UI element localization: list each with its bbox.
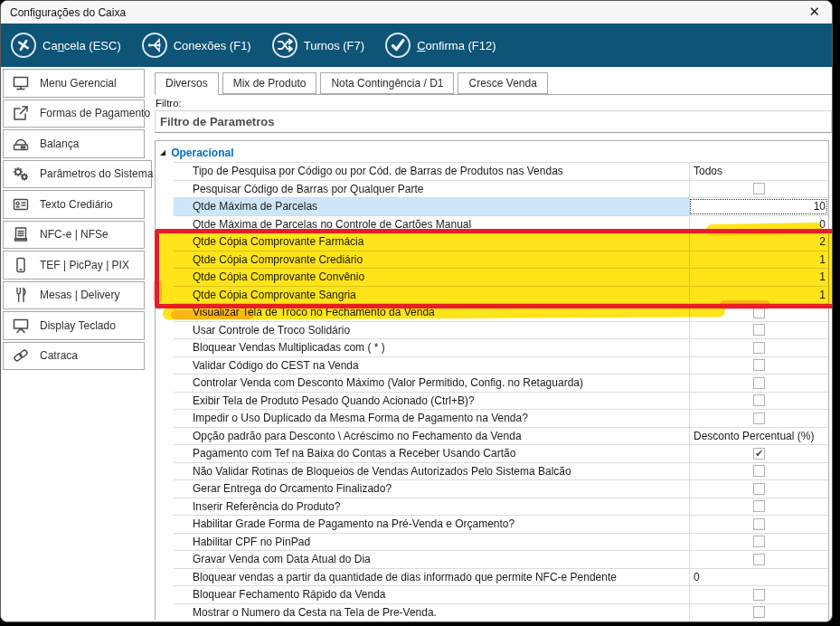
row-checkbox[interactable] (753, 394, 765, 406)
toolbar-button-cancela[interactable]: Cancela (ESC) (11, 33, 121, 58)
filter-input[interactable]: Filtro de Parametros (155, 110, 832, 133)
row-value-cell[interactable] (689, 181, 828, 198)
sidebar-item-mesas-delivery[interactable]: Mesas | Delivery (3, 281, 145, 310)
grid-row[interactable]: Opção padrão para Desconto \ Acréscimo n… (174, 428, 828, 446)
row-value-cell[interactable] (689, 339, 828, 356)
row-checkbox[interactable] (753, 554, 765, 565)
sidebar-item-balanca[interactable]: Balança (3, 129, 145, 158)
grid-row[interactable]: Habilitar CPF no PinPad (174, 534, 828, 552)
close-icon[interactable]: ✕ (808, 3, 820, 21)
grid-row[interactable]: Validar Código do CEST na Venda (174, 357, 828, 375)
sidebar-item-menu-gerencial[interactable]: Menu Gerencial (3, 69, 145, 98)
tab-mix-de-produto[interactable]: Mix de Produto (222, 72, 317, 94)
row-value-cell[interactable] (689, 357, 828, 375)
grid-row[interactable]: Bloquear vendas a partir da quantidade d… (174, 569, 828, 587)
tab-diversos[interactable]: Diversos (155, 72, 219, 95)
row-value-cell[interactable] (689, 304, 828, 321)
row-checkbox[interactable] (753, 465, 765, 477)
grid-row[interactable]: Gravar Venda com Data Atual do Dia (174, 551, 828, 569)
grid-row[interactable]: Exibir Tela de Produto Pesado Quando Aci… (174, 393, 828, 411)
grid-row[interactable]: Pagamento com Tef na Baixa do Contas a R… (174, 445, 828, 463)
category-row-operacional[interactable]: ◢ Operacional (156, 144, 828, 162)
sidebar-item-parametros-sistema[interactable]: Parâmetros do Sistema (3, 160, 152, 189)
row-label: Qtde Cópia Comprovante Sangria (174, 287, 689, 304)
row-value-cell[interactable]: 2 (689, 233, 828, 251)
row-value-cell[interactable]: 0 (689, 216, 828, 233)
row-value-cell[interactable]: 1 (689, 251, 828, 269)
grid-row[interactable]: Gerar Entrega do Orcamento Finalizado? (174, 480, 828, 498)
row-value-cell[interactable] (689, 322, 828, 339)
sidebar-item-nfce-nfse[interactable]: NFC-e | NFSe (3, 221, 145, 250)
tab-nota-contingencia-d1[interactable]: Nota Contingência / D1 (320, 72, 454, 94)
row-value-cell[interactable]: Todos (689, 163, 828, 180)
grid-row[interactable]: Qtde Máxima de Parcelas10 (174, 198, 828, 216)
grid-row[interactable]: Controlar Venda com Desconto Máximo (Val… (174, 375, 828, 393)
grid-rows: Tipo de Pesquisa por Código ou por Cód. … (174, 162, 828, 620)
row-checkbox[interactable] (753, 307, 765, 318)
category-expand-icon[interactable]: ◢ (160, 149, 165, 156)
row-checkbox[interactable] (753, 413, 765, 424)
grid-row[interactable]: Não Validar Rotinas de Bloqueios de Vend… (174, 463, 828, 481)
grid-row[interactable]: Tipo de Pesquisa por Código ou por Cód. … (174, 163, 828, 181)
row-checkbox[interactable] (753, 183, 765, 194)
row-checkbox[interactable] (753, 589, 765, 601)
row-value-cell[interactable] (689, 393, 828, 410)
row-checkbox[interactable] (753, 606, 765, 618)
row-checkbox-checked[interactable]: ✔ (753, 448, 765, 460)
row-value-cell[interactable] (689, 375, 828, 392)
row-value-cell[interactable]: 1 (689, 287, 828, 304)
gears-icon (11, 164, 31, 184)
row-checkbox[interactable] (753, 377, 765, 389)
row-label: Gerar Entrega do Orcamento Finalizado? (174, 480, 689, 498)
grid-row[interactable]: Visualizar Tela de Troco no Fechamento d… (174, 304, 828, 322)
grid-row[interactable]: Usar Controle de Troco Solidário (174, 322, 828, 340)
row-value-cell[interactable] (689, 551, 828, 568)
row-checkbox[interactable] (753, 518, 765, 530)
grid-row[interactable]: Qtde Máxima de Parcelas no Controle de C… (174, 216, 828, 234)
row-value-cell[interactable] (689, 516, 828, 533)
grid-row[interactable]: Impedir o Uso Duplicado da Mesma Forma d… (174, 410, 828, 428)
row-checkbox[interactable] (753, 359, 765, 371)
sidebar-item-texto-crediario[interactable]: Texto Crediário (3, 190, 145, 219)
receipt-icon (11, 224, 31, 244)
sidebar-item-display-teclado[interactable]: Display Teclado (3, 311, 145, 340)
row-checkbox[interactable] (753, 483, 765, 495)
row-checkbox[interactable] (753, 342, 765, 354)
toolbar-button-turnos[interactable]: Turnos (F7) (272, 33, 364, 58)
row-value-cell[interactable]: Desconto Percentual (%) (689, 428, 828, 445)
toolbar-button-confirma[interactable]: Confirma (F12) (385, 33, 496, 58)
grid-row[interactable]: Qtde Cópia Comprovante Farmácia2 (174, 233, 828, 251)
row-checkbox[interactable] (753, 500, 765, 512)
row-value-cell[interactable] (689, 498, 828, 516)
sidebar-item-label: Display Teclado (40, 319, 116, 332)
sidebar-item-catraca[interactable]: Catraca (3, 342, 145, 371)
grid-row[interactable]: Mostrar o Numero da Cesta na Tela de Pre… (174, 604, 828, 621)
sidebar-item-tef-picpay-pix[interactable]: TEF | PicPay | PIX (3, 251, 145, 280)
row-checkbox[interactable] (753, 324, 765, 336)
row-value-cell[interactable] (689, 604, 828, 621)
toolbar-button-label: Turnos (F7) (304, 39, 364, 52)
grid-row[interactable]: Habilitar Grade Forma de Pagamento na Pr… (174, 516, 828, 534)
row-value-cell[interactable]: ✔ (689, 445, 828, 462)
row-value-cell[interactable] (689, 410, 828, 427)
row-value-cell[interactable] (689, 480, 828, 498)
row-checkbox[interactable] (753, 536, 765, 547)
grid-row[interactable]: Pesquisar Código de Barras por Qualquer … (174, 181, 828, 199)
grid-row[interactable]: Bloquear Vendas Multiplicadas com ( * ) (174, 339, 828, 357)
grid-row[interactable]: Qtde Cópia Comprovante Convênio1 (174, 269, 828, 287)
row-value-cell[interactable] (689, 463, 828, 480)
row-value-cell[interactable] (689, 586, 828, 603)
row-label: Qtde Cópia Comprovante Crediário (174, 251, 689, 269)
tab-cresce-venda[interactable]: Cresce Venda (458, 72, 547, 94)
row-value-cell[interactable]: 0 (689, 569, 828, 586)
grid-row[interactable]: Inserir Referência do Produto? (174, 498, 828, 517)
grid-row[interactable]: Qtde Cópia Comprovante Crediário1 (174, 251, 828, 270)
grid-row[interactable]: Qtde Cópia Comprovante Sangria1 (174, 287, 828, 305)
toolbar-button-conexoes[interactable]: Conexões (F1) (142, 33, 251, 58)
sidebar-item-formas-pagamento[interactable]: Formas de Pagamento (3, 100, 145, 128)
row-value-cell[interactable]: 10 (689, 198, 828, 215)
row-value-cell[interactable]: 1 (689, 269, 828, 286)
row-value-cell[interactable] (689, 534, 828, 551)
grid-row[interactable]: Bloquear Fechamento Rápido da Venda (174, 586, 828, 604)
row-label: Visualizar Tela de Troco no Fechamento d… (174, 304, 689, 321)
